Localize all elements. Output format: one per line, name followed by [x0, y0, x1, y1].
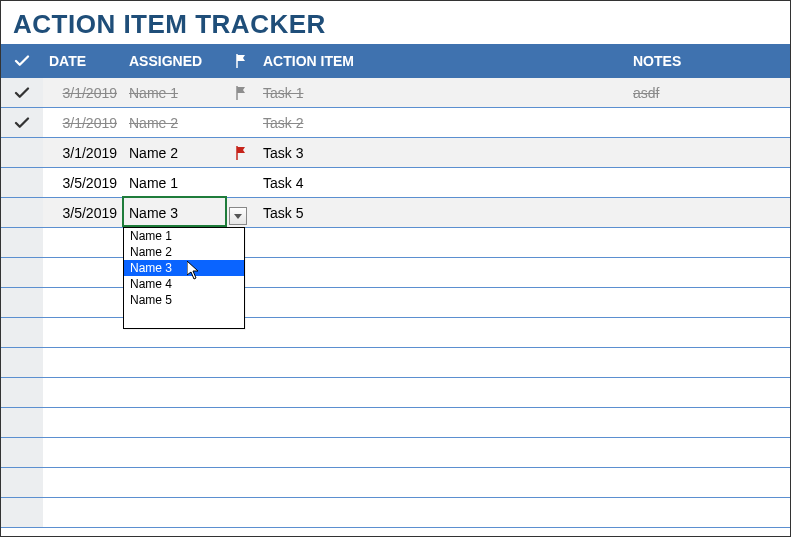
cell-notes[interactable]: [627, 198, 790, 227]
cell-check[interactable]: [1, 348, 43, 377]
cell-date[interactable]: [43, 408, 123, 437]
cell-assigned[interactable]: [123, 468, 227, 497]
cell-check[interactable]: [1, 138, 43, 167]
cell-action[interactable]: [257, 228, 627, 257]
cell-date[interactable]: [43, 348, 123, 377]
cell-action[interactable]: [257, 258, 627, 287]
cell-notes[interactable]: [627, 498, 790, 527]
cell-check[interactable]: [1, 198, 43, 227]
cell-notes[interactable]: [627, 288, 790, 317]
cell-date[interactable]: [43, 288, 123, 317]
table-row[interactable]: [1, 228, 790, 258]
cell-flag[interactable]: [227, 108, 257, 137]
table-row[interactable]: 3/1/2019Name 2Task 3: [1, 138, 790, 168]
cell-date[interactable]: [43, 318, 123, 347]
table-row[interactable]: [1, 288, 790, 318]
cell-flag[interactable]: [227, 138, 257, 167]
cell-action[interactable]: [257, 348, 627, 377]
cell-date[interactable]: 3/5/2019: [43, 198, 123, 227]
cell-notes[interactable]: [627, 468, 790, 497]
dropdown-option[interactable]: Name 5: [124, 292, 244, 308]
dropdown-toggle[interactable]: [229, 207, 247, 225]
cell-check[interactable]: [1, 78, 43, 107]
cell-assigned[interactable]: Name 1: [123, 168, 227, 197]
cell-action[interactable]: Task 4: [257, 168, 627, 197]
cell-assigned[interactable]: Name 2: [123, 138, 227, 167]
cell-action[interactable]: Task 1: [257, 78, 627, 107]
cell-check[interactable]: [1, 438, 43, 467]
cell-date[interactable]: [43, 378, 123, 407]
cell-date[interactable]: 3/1/2019: [43, 108, 123, 137]
table-row[interactable]: [1, 318, 790, 348]
cell-notes[interactable]: [627, 168, 790, 197]
cell-assigned[interactable]: Name 3: [123, 198, 227, 227]
cell-check[interactable]: [1, 318, 43, 347]
cell-action[interactable]: [257, 318, 627, 347]
table-row[interactable]: 3/1/2019Name 2Task 2: [1, 108, 790, 138]
cell-action[interactable]: [257, 438, 627, 467]
cell-action[interactable]: [257, 468, 627, 497]
cell-check[interactable]: [1, 258, 43, 287]
table-row[interactable]: 3/1/2019Name 1Task 1asdf: [1, 78, 790, 108]
cell-check[interactable]: [1, 468, 43, 497]
cell-notes[interactable]: [627, 258, 790, 287]
cell-assigned[interactable]: [123, 498, 227, 527]
cell-notes[interactable]: [627, 378, 790, 407]
cell-check[interactable]: [1, 228, 43, 257]
cell-date[interactable]: [43, 498, 123, 527]
cell-flag[interactable]: [227, 498, 257, 527]
table-row[interactable]: [1, 468, 790, 498]
cell-assigned[interactable]: [123, 408, 227, 437]
table-row[interactable]: 3/5/2019Name 1Task 4: [1, 168, 790, 198]
cell-action[interactable]: Task 5: [257, 198, 627, 227]
cell-notes[interactable]: [627, 348, 790, 377]
dropdown-option[interactable]: Name 3: [124, 260, 244, 276]
table-row[interactable]: [1, 378, 790, 408]
table-row[interactable]: 3/5/2019Name 3Task 5: [1, 198, 790, 228]
cell-action[interactable]: Task 2: [257, 108, 627, 137]
table-row[interactable]: [1, 408, 790, 438]
cell-check[interactable]: [1, 378, 43, 407]
cell-notes[interactable]: [627, 108, 790, 137]
cell-flag[interactable]: [227, 168, 257, 197]
cell-assigned[interactable]: [123, 378, 227, 407]
cell-action[interactable]: [257, 378, 627, 407]
cell-check[interactable]: [1, 108, 43, 137]
cell-date[interactable]: 3/1/2019: [43, 138, 123, 167]
cell-date[interactable]: [43, 468, 123, 497]
cell-flag[interactable]: [227, 348, 257, 377]
table-row[interactable]: [1, 348, 790, 378]
cell-check[interactable]: [1, 168, 43, 197]
cell-check[interactable]: [1, 498, 43, 527]
cell-flag[interactable]: [227, 408, 257, 437]
dropdown-option[interactable]: Name 2: [124, 244, 244, 260]
cell-check[interactable]: [1, 288, 43, 317]
cell-flag[interactable]: [227, 438, 257, 467]
cell-date[interactable]: [43, 258, 123, 287]
cell-assigned[interactable]: [123, 438, 227, 467]
cell-flag[interactable]: [227, 468, 257, 497]
table-row[interactable]: [1, 258, 790, 288]
cell-assigned[interactable]: Name 2: [123, 108, 227, 137]
cell-assigned[interactable]: Name 1: [123, 78, 227, 107]
cell-action[interactable]: [257, 288, 627, 317]
dropdown-option[interactable]: Name 1: [124, 228, 244, 244]
cell-notes[interactable]: [627, 228, 790, 257]
cell-check[interactable]: [1, 408, 43, 437]
table-row[interactable]: [1, 498, 790, 528]
cell-date[interactable]: [43, 228, 123, 257]
cell-action[interactable]: Task 3: [257, 138, 627, 167]
dropdown-option[interactable]: Name 4: [124, 276, 244, 292]
dropdown-list[interactable]: Name 1Name 2Name 3Name 4Name 5: [123, 227, 245, 329]
cell-date[interactable]: 3/5/2019: [43, 168, 123, 197]
cell-notes[interactable]: [627, 318, 790, 347]
table-row[interactable]: [1, 438, 790, 468]
cell-notes[interactable]: [627, 138, 790, 167]
cell-flag[interactable]: [227, 78, 257, 107]
cell-notes[interactable]: asdf: [627, 78, 790, 107]
cell-notes[interactable]: [627, 408, 790, 437]
cell-action[interactable]: [257, 408, 627, 437]
cell-date[interactable]: [43, 438, 123, 467]
cell-assigned[interactable]: [123, 348, 227, 377]
cell-notes[interactable]: [627, 438, 790, 467]
